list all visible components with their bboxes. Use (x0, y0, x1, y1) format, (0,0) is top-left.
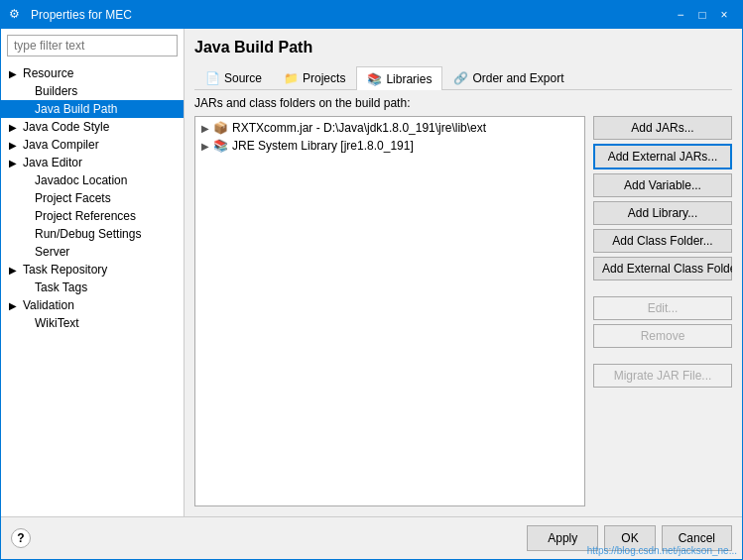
jar-expand-arrow: ▶ (201, 123, 209, 134)
tree-item-label: Run/Debug Settings (35, 227, 141, 241)
tree-item-label: WikiText (35, 316, 79, 330)
tree-item-label: Java Build Path (35, 102, 117, 116)
tab-order-and-export[interactable]: 🔗Order and Export (442, 66, 574, 89)
filter-input[interactable] (7, 35, 178, 56)
tree-item-project-facets[interactable]: Project Facets (1, 189, 184, 207)
tree-item-label: Server (35, 245, 69, 259)
tab-label: Projects (303, 71, 345, 85)
content-description: JARs and class folders on the build path… (194, 96, 732, 110)
tree-item-javadoc-location[interactable]: Javadoc Location (1, 171, 184, 189)
action-btn-add-external-class-folder-[interactable]: Add External Class Folder... (593, 257, 732, 280)
expand-arrow: ▶ (9, 158, 19, 168)
main-content: ▶ResourceBuildersJava Build Path▶Java Co… (1, 29, 742, 516)
tree-item-label: Java Editor (23, 156, 82, 169)
panel-title: Java Build Path (194, 39, 732, 56)
build-path-area: ▶ 📦 RXTXcomm.jar - D:\Java\jdk1.8.0_191\… (194, 116, 732, 506)
tab-icon: 📁 (284, 71, 299, 85)
jar-label: JRE System Library [jre1.8.0_191] (232, 139, 414, 153)
tree-item-label: Task Repository (23, 263, 107, 277)
jar-list: ▶ 📦 RXTXcomm.jar - D:\Java\jdk1.8.0_191\… (194, 116, 585, 506)
properties-window: ⚙ Properties for MEC − □ × ▶ResourceBuil… (0, 0, 743, 560)
action-btn-edit-[interactable]: Edit... (593, 296, 732, 320)
tree-item-builders[interactable]: Builders (1, 82, 184, 100)
tab-label: Order and Export (472, 71, 563, 85)
tree-item-label: Task Tags (35, 280, 87, 294)
jar-label: RXTXcomm.jar - D:\Java\jdk1.8.0_191\jre\… (232, 121, 486, 135)
tab-icon: 📄 (205, 71, 220, 85)
tree-item-project-references[interactable]: Project References (1, 207, 184, 225)
expand-arrow: ▶ (9, 122, 19, 133)
action-btn-migrate-jar-file-[interactable]: Migrate JAR File... (593, 364, 732, 388)
jar-expand-arrow: ▶ (201, 141, 209, 152)
window-icon: ⚙ (9, 7, 25, 23)
maximize-button[interactable]: □ (692, 5, 712, 25)
title-bar-controls: − □ × (671, 5, 734, 25)
tree-item-label: Javadoc Location (35, 173, 127, 187)
jar-item-1[interactable]: ▶ 📚 JRE System Library [jre1.8.0_191] (197, 137, 582, 155)
window-title: Properties for MEC (31, 8, 132, 22)
expand-arrow: ▶ (9, 68, 19, 79)
button-spacer (593, 284, 732, 292)
tree-item-java-build-path[interactable]: Java Build Path (1, 100, 184, 118)
tree-item-task-tags[interactable]: Task Tags (1, 279, 184, 296)
right-panel: Java Build Path 📄Source📁Projects📚Librari… (185, 29, 742, 516)
tab-libraries[interactable]: 📚Libraries (356, 66, 442, 90)
action-btn-add-class-folder-[interactable]: Add Class Folder... (593, 229, 732, 253)
title-bar: ⚙ Properties for MEC − □ × (1, 1, 742, 29)
action-btn-add-variable-[interactable]: Add Variable... (593, 173, 732, 197)
content-area: JARs and class folders on the build path… (194, 96, 732, 506)
jar-file-icon: 📚 (213, 139, 228, 153)
action-btn-add-jars-[interactable]: Add JARs... (593, 116, 732, 140)
jar-file-icon: 📦 (213, 121, 228, 135)
help-button[interactable]: ? (11, 528, 31, 548)
watermark: https://blog.csdn.net/jackson_ne... (587, 545, 737, 556)
tree-item-task-repository[interactable]: ▶Task Repository (1, 261, 184, 279)
title-bar-left: ⚙ Properties for MEC (9, 7, 132, 23)
expand-arrow: ▶ (9, 265, 19, 276)
tab-label: Libraries (386, 72, 432, 86)
tree-item-label: Project Facets (35, 191, 111, 205)
close-button[interactable]: × (714, 5, 734, 25)
tree-item-label: Project References (35, 209, 136, 223)
expand-arrow: ▶ (9, 140, 19, 151)
tree-item-label: Java Code Style (23, 120, 109, 134)
minimize-button[interactable]: − (671, 5, 690, 25)
buttons-panel: Add JARs...Add External JARs...Add Varia… (593, 116, 732, 506)
left-panel: ▶ResourceBuildersJava Build Path▶Java Co… (1, 29, 185, 516)
tabs-container: 📄Source📁Projects📚Libraries🔗Order and Exp… (194, 66, 732, 90)
tab-icon: 📚 (367, 72, 382, 86)
tab-source[interactable]: 📄Source (194, 66, 273, 89)
action-btn-add-external-jars-[interactable]: Add External JARs... (593, 144, 732, 169)
tree-item-validation[interactable]: ▶Validation (1, 296, 184, 314)
tree-item-java-code-style[interactable]: ▶Java Code Style (1, 118, 184, 136)
button-spacer (593, 352, 732, 360)
tree-item-label: Builders (35, 84, 77, 98)
tree-item-label: Java Compiler (23, 138, 99, 152)
tab-label: Source (224, 71, 262, 85)
tree-item-java-compiler[interactable]: ▶Java Compiler (1, 136, 184, 154)
tree-item-wikitext[interactable]: WikiText (1, 314, 184, 332)
tree-item-server[interactable]: Server (1, 243, 184, 261)
action-btn-remove[interactable]: Remove (593, 324, 732, 348)
tab-projects[interactable]: 📁Projects (273, 66, 356, 89)
tab-icon: 🔗 (453, 71, 468, 85)
tree-item-label: Resource (23, 66, 73, 80)
tree-container: ▶ResourceBuildersJava Build Path▶Java Co… (1, 62, 184, 516)
tree-item-run/debug-settings[interactable]: Run/Debug Settings (1, 225, 184, 243)
tree-item-label: Validation (23, 298, 74, 312)
jar-item-0[interactable]: ▶ 📦 RXTXcomm.jar - D:\Java\jdk1.8.0_191\… (197, 119, 582, 137)
tree-item-resource[interactable]: ▶Resource (1, 64, 184, 82)
expand-arrow: ▶ (9, 300, 19, 311)
action-btn-add-library-[interactable]: Add Library... (593, 201, 732, 225)
tree-item-java-editor[interactable]: ▶Java Editor (1, 154, 184, 171)
